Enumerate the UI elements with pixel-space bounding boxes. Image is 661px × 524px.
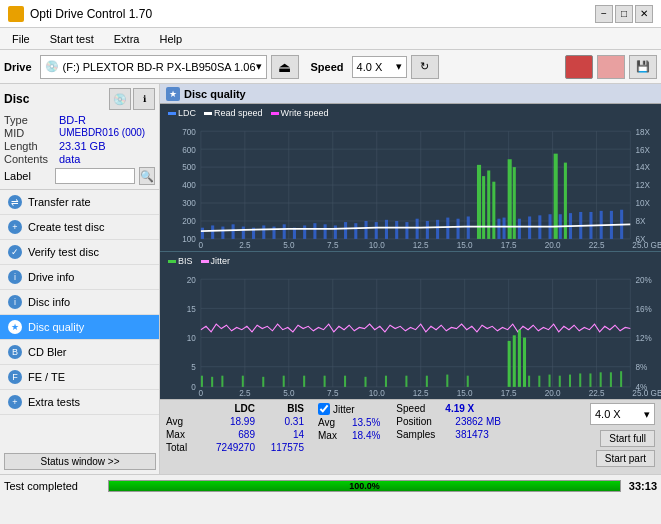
label-input[interactable]: [55, 168, 135, 184]
svg-rect-127: [385, 376, 387, 387]
nav-extra-tests[interactable]: + Extra tests: [0, 390, 159, 415]
settings-icon-btn[interactable]: [597, 55, 625, 79]
svg-rect-46: [344, 222, 347, 239]
top-chart-svg: 700 600 500 400 300 200 100 18X 16X 14X …: [160, 120, 661, 249]
write-speed-legend: Write speed: [281, 108, 329, 118]
svg-rect-57: [457, 219, 460, 239]
status-text: Test completed: [4, 480, 104, 492]
start-part-button[interactable]: Start part: [596, 450, 655, 467]
total-label: Total: [166, 442, 196, 453]
svg-rect-126: [364, 377, 366, 387]
bottom-chart-svg: 20 15 10 5 0 20% 16% 12% 8% 4%: [160, 268, 661, 397]
drive-label: Drive: [4, 61, 32, 73]
cd-bler-icon: B: [8, 345, 22, 359]
svg-text:300: 300: [182, 198, 196, 208]
menu-start-test[interactable]: Start test: [42, 31, 102, 47]
svg-rect-40: [283, 224, 286, 239]
svg-rect-117: [201, 376, 203, 387]
svg-rect-51: [395, 221, 398, 239]
transfer-rate-icon: ⇌: [8, 195, 22, 209]
create-test-icon: +: [8, 220, 22, 234]
toolbar: Drive 💿 (F:) PLEXTOR BD-R PX-LB950SA 1.0…: [0, 50, 661, 84]
stats-speed-dropdown[interactable]: 4.0 X ▾: [590, 403, 655, 425]
svg-text:17.5: 17.5: [501, 240, 517, 249]
save-icon-btn[interactable]: 💾: [629, 55, 657, 79]
svg-rect-128: [405, 376, 407, 387]
svg-rect-60: [482, 176, 485, 239]
drive-select[interactable]: 💿 (F:) PLEXTOR BD-R PX-LB950SA 1.06 ▾: [40, 55, 267, 79]
disc-section: Disc 💿 ℹ Type BD-R MID UMEBDR016 (000) L…: [0, 84, 159, 190]
svg-rect-35: [232, 224, 235, 239]
svg-rect-136: [528, 376, 530, 387]
read-speed-legend: Read speed: [214, 108, 263, 118]
nav-cd-bler[interactable]: B CD Bler: [0, 340, 159, 365]
svg-text:5.0: 5.0: [283, 240, 295, 249]
svg-text:7.5: 7.5: [327, 388, 339, 397]
svg-rect-42: [303, 225, 306, 238]
speed-label: Speed: [311, 61, 344, 73]
total-ldc: 7249270: [200, 442, 255, 453]
nav-disc-quality[interactable]: ★ Disc quality: [0, 315, 159, 340]
svg-text:5.0: 5.0: [283, 388, 295, 397]
menu-help[interactable]: Help: [151, 31, 190, 47]
progress-bar: 100.0%: [108, 480, 621, 492]
disc-info-btn[interactable]: ℹ: [133, 88, 155, 110]
nav-drive-info[interactable]: i Drive info: [0, 265, 159, 290]
ldc-col-header: LDC: [200, 403, 255, 414]
bis-col-header: BIS: [259, 403, 304, 414]
svg-rect-54: [426, 221, 429, 239]
nav-transfer-rate[interactable]: ⇌ Transfer rate: [0, 190, 159, 215]
nav-verify-label: Verify test disc: [28, 246, 99, 258]
minimize-button[interactable]: −: [595, 5, 613, 23]
jitter-label: Jitter: [333, 404, 355, 415]
disc-load-btn[interactable]: 💿: [109, 88, 131, 110]
svg-rect-32: [201, 228, 204, 239]
jitter-avg-value: 13.5%: [352, 417, 380, 428]
label-search-btn[interactable]: 🔍: [139, 167, 155, 185]
svg-text:200: 200: [182, 216, 196, 226]
disc-quality-icon: ★: [8, 320, 22, 334]
status-bar: Test completed 100.0% 33:13: [0, 474, 661, 496]
svg-rect-43: [313, 223, 316, 239]
speed-select[interactable]: 4.0 X ▾: [352, 56, 407, 78]
svg-rect-49: [375, 222, 378, 239]
svg-rect-67: [518, 219, 521, 239]
close-button[interactable]: ✕: [635, 5, 653, 23]
svg-rect-50: [385, 220, 388, 239]
svg-rect-140: [569, 375, 571, 387]
speed-dropdown-arrow: ▾: [396, 60, 402, 73]
svg-rect-64: [503, 218, 506, 239]
jitter-checkbox[interactable]: [318, 403, 330, 415]
svg-rect-145: [620, 371, 622, 387]
svg-text:12X: 12X: [635, 180, 650, 190]
disc-icon-btn[interactable]: [565, 55, 593, 79]
svg-rect-137: [538, 376, 540, 387]
menu-extra[interactable]: Extra: [106, 31, 148, 47]
svg-rect-44: [324, 224, 327, 239]
nav-create-test-disc[interactable]: + Create test disc: [0, 215, 159, 240]
svg-text:12.5: 12.5: [413, 388, 429, 397]
maximize-button[interactable]: □: [615, 5, 633, 23]
avg-ldc: 18.99: [200, 416, 255, 427]
verify-icon: ✓: [8, 245, 22, 259]
contents-value: data: [59, 153, 80, 165]
svg-rect-48: [364, 221, 367, 239]
svg-text:20%: 20%: [635, 274, 652, 284]
nav-cd-bler-label: CD Bler: [28, 346, 67, 358]
nav-verify-test-disc[interactable]: ✓ Verify test disc: [0, 240, 159, 265]
max-ldc: 689: [200, 429, 255, 440]
start-full-button[interactable]: Start full: [600, 430, 655, 447]
nav-disc-info[interactable]: i Disc info: [0, 290, 159, 315]
svg-rect-53: [416, 219, 419, 239]
eject-button[interactable]: ⏏: [271, 55, 299, 79]
status-window-button[interactable]: Status window >>: [4, 453, 156, 470]
svg-rect-36: [242, 227, 245, 239]
nav-fe-te[interactable]: F FE / TE: [0, 365, 159, 390]
svg-text:12%: 12%: [635, 333, 652, 343]
svg-text:500: 500: [182, 162, 196, 172]
drive-icon: 💿: [45, 60, 59, 73]
speed-buttons-section: 4.0 X ▾ Start full Start part: [590, 403, 655, 467]
position-label: Position: [396, 416, 451, 427]
menu-file[interactable]: File: [4, 31, 38, 47]
refresh-button[interactable]: ↻: [411, 55, 439, 79]
